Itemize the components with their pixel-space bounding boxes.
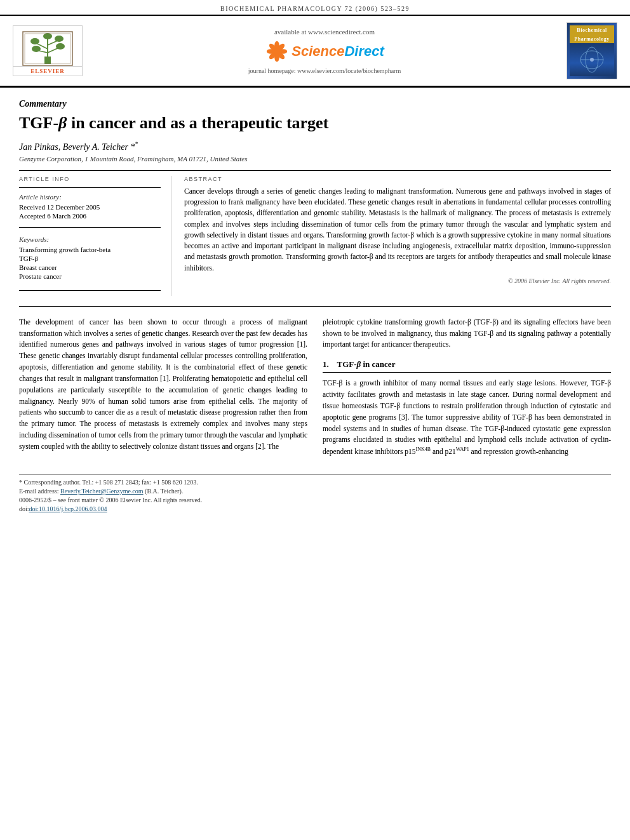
body-right-col: pleiotropic cytokine transforming growth… xyxy=(323,317,611,464)
sd-logo-text: ScienceDirect xyxy=(292,43,384,60)
sciencedirect-logo: ScienceDirect xyxy=(95,39,554,63)
main-content: Commentary TGF-β in cancer and as a ther… xyxy=(0,88,630,527)
svg-point-10 xyxy=(43,33,52,39)
footnote-corresponding: * Corresponding author. Tel.: +1 508 271… xyxy=(19,479,611,486)
keyword-2: TGF-β xyxy=(19,255,161,262)
svg-point-7 xyxy=(55,36,64,42)
section-1-text: TGF-β is a growth inhibitor of many norm… xyxy=(323,378,611,458)
journal-header: Biochemical Pharmacology 72 (2006) 523–5… xyxy=(0,0,630,16)
keyword-4: Prostate cancer xyxy=(19,272,161,280)
svg-point-9 xyxy=(32,46,41,52)
article-history-label: Article history: xyxy=(19,193,161,201)
keywords-label: Keywords: xyxy=(19,236,161,243)
doi-link[interactable]: doi:10.1016/j.bcp.2006.03.004 xyxy=(29,505,107,512)
info-abstract-row: Article Info Article history: Received 1… xyxy=(19,176,611,296)
body-paragraph-1: The development of cancer has been shown… xyxy=(19,317,307,453)
svg-rect-0 xyxy=(44,57,51,64)
cover-art-icon xyxy=(573,44,611,76)
journal-cover: Biochemical Pharmacology xyxy=(566,22,617,79)
journal-url: journal homepage: www.elsevier.com/locat… xyxy=(95,67,554,74)
article-title: TGF-β in cancer and as a therapeutic tar… xyxy=(19,113,611,133)
abstract-text: Cancer develops through a series of gene… xyxy=(184,186,611,274)
body-columns: The development of cancer has been shown… xyxy=(19,317,611,464)
received-date: Received 12 December 2005 xyxy=(19,203,161,211)
elsevier-tree-icon xyxy=(22,31,73,66)
sciencedirect-icon xyxy=(265,39,289,63)
accepted-date: Accepted 6 March 2006 xyxy=(19,212,161,220)
corresponding-author-note: * Corresponding author. Tel.: +1 508 271… xyxy=(19,479,198,486)
authors: Jan Pinkas, Beverly A. Teicher ** xyxy=(19,140,611,152)
divider-1 xyxy=(19,170,611,171)
footnote-email: E-mail address: Beverly.Teicher@Genzyme.… xyxy=(19,488,611,495)
abstract-label: Abstract xyxy=(184,176,611,182)
article-info-col: Article Info Article history: Received 1… xyxy=(19,176,171,296)
article-type-label: Commentary xyxy=(19,99,611,109)
svg-point-21 xyxy=(274,48,280,55)
logo-row: ELSEVIER available at www.sciencedirect.… xyxy=(0,16,630,88)
keyword-1: Transforming growth factor-beta xyxy=(19,246,161,253)
corresponding-marker: * xyxy=(135,140,138,147)
keyword-3: Breast cancer xyxy=(19,263,161,271)
svg-point-8 xyxy=(56,43,65,50)
keywords-section: Keywords: Transforming growth factor-bet… xyxy=(19,236,161,280)
journal-citation: Biochemical Pharmacology 72 (2006) 523–5… xyxy=(220,5,410,12)
elsevier-logo: ELSEVIER xyxy=(13,25,83,76)
email-link[interactable]: Beverly.Teicher@Genzyme.com xyxy=(60,488,144,495)
copyright-line: © 2006 Elsevier Inc. All rights reserved… xyxy=(184,277,611,284)
svg-point-6 xyxy=(30,38,39,44)
footnote-doi: doi:doi:10.1016/j.bcp.2006.03.004 xyxy=(19,505,611,512)
author-names: Jan Pinkas, Beverly A. Teicher * xyxy=(19,142,135,152)
footnotes: * Corresponding author. Tel.: +1 508 271… xyxy=(19,474,611,512)
section-1-heading: 1. TGF-β in cancer xyxy=(323,358,611,373)
body-left-col: The development of cancer has been shown… xyxy=(19,317,307,464)
available-at-text: available at www.sciencedirect.com xyxy=(95,28,554,36)
body-paragraph-2: pleiotropic cytokine transforming growth… xyxy=(323,317,611,350)
center-header: available at www.sciencedirect.com Scie xyxy=(83,28,566,74)
divider-2 xyxy=(19,187,161,188)
abstract-col: Abstract Cancer develops through a serie… xyxy=(184,176,611,296)
article-info-label: Article Info xyxy=(19,176,161,182)
divider-4 xyxy=(19,290,161,291)
footnote-copyright: 0006-2952/$ – see front matter © 2006 El… xyxy=(19,497,611,503)
svg-point-25 xyxy=(590,58,594,62)
divider-3 xyxy=(19,227,161,228)
affiliation: Genzyme Corporation, 1 Mountain Road, Fr… xyxy=(19,155,611,163)
divider-5 xyxy=(19,306,611,307)
elsevier-label: ELSEVIER xyxy=(13,66,82,76)
